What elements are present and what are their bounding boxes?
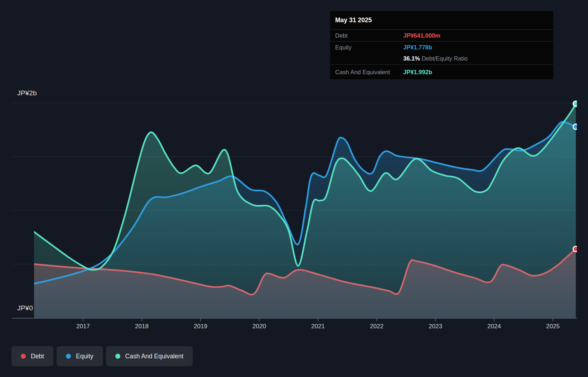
- equity-dot-icon: [66, 354, 71, 359]
- legend-equity-label: Equity: [76, 353, 93, 360]
- end-marker-cash-and-equivalent[interactable]: [573, 101, 578, 106]
- tooltip-ratio: 36.1% Debt/Equity Ratio: [403, 55, 548, 62]
- tooltip-debt-label: Debt: [335, 32, 403, 39]
- tooltip-cash-label: Cash And Equivalent: [335, 69, 403, 76]
- tooltip-date: May 31 2025: [330, 11, 553, 30]
- tooltip-equity-label: Equity: [335, 44, 403, 51]
- debt-equity-history-chart: JP¥2b JP¥0 20172018201920202021202220232…: [0, 0, 588, 377]
- cash-dot-icon: [115, 354, 120, 359]
- chart-legend: Debt Equity Cash And Equivalent: [11, 346, 193, 366]
- tooltip-row-equity: Equity JP¥1.778b: [330, 42, 553, 53]
- end-marker-debt[interactable]: [573, 246, 578, 252]
- tooltip-row-cash: Cash And Equivalent JP¥1.992b: [330, 65, 553, 80]
- tooltip-debt-value: JP¥641.000m: [403, 32, 548, 39]
- tooltip-row-debt: Debt JP¥641.000m: [330, 30, 553, 42]
- tooltip-ratio-value: 36.1%: [403, 55, 420, 62]
- tooltip-cash-value: JP¥1.992b: [403, 69, 548, 76]
- tooltip-equity-value: JP¥1.778b: [403, 44, 548, 51]
- debt-dot-icon: [21, 354, 26, 359]
- tooltip-ratio-label: Debt/Equity Ratio: [421, 55, 467, 62]
- legend-item-debt[interactable]: Debt: [11, 346, 53, 366]
- legend-item-cash[interactable]: Cash And Equivalent: [106, 346, 193, 366]
- end-marker-equity[interactable]: [573, 124, 578, 129]
- legend-cash-label: Cash And Equivalent: [125, 353, 183, 360]
- legend-item-equity[interactable]: Equity: [57, 346, 103, 366]
- legend-debt-label: Debt: [31, 353, 44, 360]
- tooltip-row-ratio: 36.1% Debt/Equity Ratio: [330, 53, 553, 65]
- chart-tooltip: May 31 2025 Debt JP¥641.000m Equity JP¥1…: [330, 11, 553, 80]
